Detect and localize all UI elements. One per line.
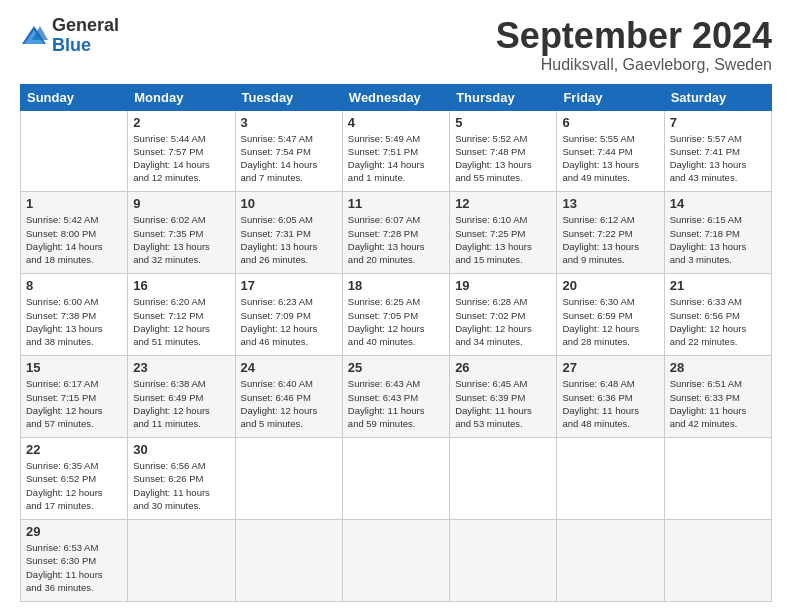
day-number: 5 [455,115,551,130]
day-number: 6 [562,115,658,130]
day-info: Sunrise: 6:30 AM Sunset: 6:59 PM Dayligh… [562,295,658,348]
day-cell: 20Sunrise: 6:30 AM Sunset: 6:59 PM Dayli… [557,274,664,356]
day-cell: 30Sunrise: 6:56 AM Sunset: 6:26 PM Dayli… [128,438,235,520]
day-cell: 14Sunrise: 6:15 AM Sunset: 7:18 PM Dayli… [664,192,771,274]
day-info: Sunrise: 6:40 AM Sunset: 6:46 PM Dayligh… [241,377,337,430]
day-cell: 16Sunrise: 6:20 AM Sunset: 7:12 PM Dayli… [128,274,235,356]
day-number: 13 [562,196,658,211]
day-number: 15 [26,360,122,375]
day-number: 1 [26,196,122,211]
day-cell [664,520,771,602]
day-info: Sunrise: 6:45 AM Sunset: 6:39 PM Dayligh… [455,377,551,430]
day-number: 18 [348,278,444,293]
day-info: Sunrise: 6:56 AM Sunset: 6:26 PM Dayligh… [133,459,229,512]
day-info: Sunrise: 6:23 AM Sunset: 7:09 PM Dayligh… [241,295,337,348]
day-number: 26 [455,360,551,375]
day-cell: 18Sunrise: 6:25 AM Sunset: 7:05 PM Dayli… [342,274,449,356]
day-cell: 29Sunrise: 6:53 AM Sunset: 6:30 PM Dayli… [21,520,128,602]
header-thursday: Thursday [450,84,557,110]
day-info: Sunrise: 6:43 AM Sunset: 6:43 PM Dayligh… [348,377,444,430]
day-info: Sunrise: 6:28 AM Sunset: 7:02 PM Dayligh… [455,295,551,348]
day-cell: 12Sunrise: 6:10 AM Sunset: 7:25 PM Dayli… [450,192,557,274]
day-number: 28 [670,360,766,375]
day-number: 3 [241,115,337,130]
day-info: Sunrise: 6:25 AM Sunset: 7:05 PM Dayligh… [348,295,444,348]
day-info: Sunrise: 6:38 AM Sunset: 6:49 PM Dayligh… [133,377,229,430]
day-cell: 17Sunrise: 6:23 AM Sunset: 7:09 PM Dayli… [235,274,342,356]
day-number: 22 [26,442,122,457]
week-row-3: 8Sunrise: 6:00 AM Sunset: 7:38 PM Daylig… [21,274,772,356]
day-info: Sunrise: 5:55 AM Sunset: 7:44 PM Dayligh… [562,132,658,185]
day-cell: 26Sunrise: 6:45 AM Sunset: 6:39 PM Dayli… [450,356,557,438]
day-info: Sunrise: 6:48 AM Sunset: 6:36 PM Dayligh… [562,377,658,430]
week-row-5: 22Sunrise: 6:35 AM Sunset: 6:52 PM Dayli… [21,438,772,520]
logo-general: General [52,16,119,36]
day-number: 27 [562,360,658,375]
header-saturday: Saturday [664,84,771,110]
day-cell: 13Sunrise: 6:12 AM Sunset: 7:22 PM Dayli… [557,192,664,274]
day-info: Sunrise: 6:05 AM Sunset: 7:31 PM Dayligh… [241,213,337,266]
header-monday: Monday [128,84,235,110]
day-cell [664,438,771,520]
day-number: 30 [133,442,229,457]
day-info: Sunrise: 5:49 AM Sunset: 7:51 PM Dayligh… [348,132,444,185]
day-number: 14 [670,196,766,211]
day-cell [235,438,342,520]
week-row-2: 1Sunrise: 5:42 AM Sunset: 8:00 PM Daylig… [21,192,772,274]
day-cell: 24Sunrise: 6:40 AM Sunset: 6:46 PM Dayli… [235,356,342,438]
day-info: Sunrise: 6:53 AM Sunset: 6:30 PM Dayligh… [26,541,122,594]
day-cell: 28Sunrise: 6:51 AM Sunset: 6:33 PM Dayli… [664,356,771,438]
week-row-4: 15Sunrise: 6:17 AM Sunset: 7:15 PM Dayli… [21,356,772,438]
day-info: Sunrise: 5:52 AM Sunset: 7:48 PM Dayligh… [455,132,551,185]
location: Hudiksvall, Gaevleborg, Sweden [496,56,772,74]
header-friday: Friday [557,84,664,110]
day-number: 10 [241,196,337,211]
logo-text: General Blue [52,16,119,56]
day-cell [235,520,342,602]
day-cell: 15Sunrise: 6:17 AM Sunset: 7:15 PM Dayli… [21,356,128,438]
day-info: Sunrise: 5:57 AM Sunset: 7:41 PM Dayligh… [670,132,766,185]
day-number: 4 [348,115,444,130]
day-cell: 27Sunrise: 6:48 AM Sunset: 6:36 PM Dayli… [557,356,664,438]
day-cell: 21Sunrise: 6:33 AM Sunset: 6:56 PM Dayli… [664,274,771,356]
day-info: Sunrise: 6:12 AM Sunset: 7:22 PM Dayligh… [562,213,658,266]
week-row-1: 2Sunrise: 5:44 AM Sunset: 7:57 PM Daylig… [21,110,772,192]
day-number: 16 [133,278,229,293]
day-number: 23 [133,360,229,375]
day-number: 7 [670,115,766,130]
day-info: Sunrise: 5:47 AM Sunset: 7:54 PM Dayligh… [241,132,337,185]
day-number: 9 [133,196,229,211]
day-cell: 25Sunrise: 6:43 AM Sunset: 6:43 PM Dayli… [342,356,449,438]
day-cell: 23Sunrise: 6:38 AM Sunset: 6:49 PM Dayli… [128,356,235,438]
day-cell: 1Sunrise: 5:42 AM Sunset: 8:00 PM Daylig… [21,192,128,274]
header-sunday: Sunday [21,84,128,110]
day-cell [557,520,664,602]
day-number: 11 [348,196,444,211]
day-info: Sunrise: 6:02 AM Sunset: 7:35 PM Dayligh… [133,213,229,266]
page: General Blue September 2024 Hudiksvall, … [0,0,792,612]
day-cell: 10Sunrise: 6:05 AM Sunset: 7:31 PM Dayli… [235,192,342,274]
day-info: Sunrise: 6:07 AM Sunset: 7:28 PM Dayligh… [348,213,444,266]
day-number: 8 [26,278,122,293]
day-info: Sunrise: 6:35 AM Sunset: 6:52 PM Dayligh… [26,459,122,512]
day-cell: 2Sunrise: 5:44 AM Sunset: 7:57 PM Daylig… [128,110,235,192]
day-number: 2 [133,115,229,130]
day-info: Sunrise: 6:20 AM Sunset: 7:12 PM Dayligh… [133,295,229,348]
day-number: 24 [241,360,337,375]
day-cell: 4Sunrise: 5:49 AM Sunset: 7:51 PM Daylig… [342,110,449,192]
day-cell: 22Sunrise: 6:35 AM Sunset: 6:52 PM Dayli… [21,438,128,520]
calendar-table: SundayMondayTuesdayWednesdayThursdayFrid… [20,84,772,602]
header-row: SundayMondayTuesdayWednesdayThursdayFrid… [21,84,772,110]
day-info: Sunrise: 6:10 AM Sunset: 7:25 PM Dayligh… [455,213,551,266]
day-number: 17 [241,278,337,293]
day-number: 25 [348,360,444,375]
day-info: Sunrise: 6:17 AM Sunset: 7:15 PM Dayligh… [26,377,122,430]
day-number: 21 [670,278,766,293]
title-block: September 2024 Hudiksvall, Gaevleborg, S… [496,16,772,74]
day-info: Sunrise: 6:51 AM Sunset: 6:33 PM Dayligh… [670,377,766,430]
day-info: Sunrise: 5:44 AM Sunset: 7:57 PM Dayligh… [133,132,229,185]
day-cell: 7Sunrise: 5:57 AM Sunset: 7:41 PM Daylig… [664,110,771,192]
logo-icon [20,22,48,50]
day-number: 12 [455,196,551,211]
day-cell: 5Sunrise: 5:52 AM Sunset: 7:48 PM Daylig… [450,110,557,192]
